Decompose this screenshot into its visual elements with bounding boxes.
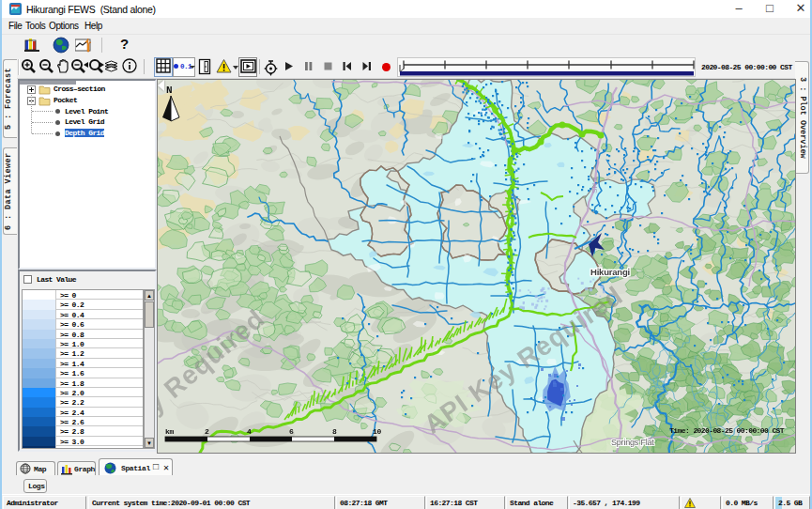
svg-text:N: N xyxy=(166,85,173,96)
svg-text:8: 8 xyxy=(332,427,337,436)
svg-text:SH 1: SH 1 xyxy=(590,177,599,193)
svg-text:4: 4 xyxy=(247,427,252,436)
svg-text:2: 2 xyxy=(205,427,209,436)
svg-text:10: 10 xyxy=(373,427,381,436)
svg-text:Hikurangi: Hikurangi xyxy=(590,267,630,277)
svg-text:Time: 2020-08-25 00:00:00 CST: Time: 2020-08-25 00:00:00 CST xyxy=(669,426,785,435)
svg-text:6: 6 xyxy=(289,427,294,436)
svg-text:Springs Flat: Springs Flat xyxy=(611,438,654,447)
svg-text:km: km xyxy=(165,427,174,436)
